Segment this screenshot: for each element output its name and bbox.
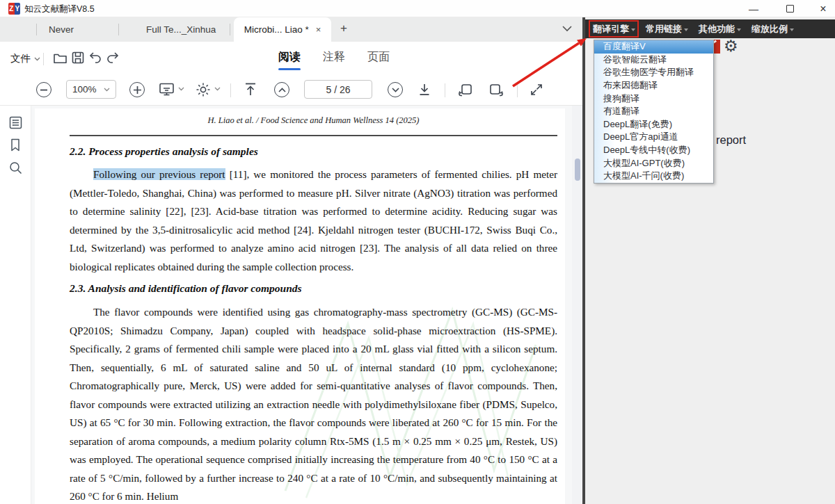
engine-option-brainde[interactable]: 布来因德翻译	[594, 79, 713, 92]
tab-page[interactable]: 页面	[367, 50, 390, 70]
undo-button[interactable]	[88, 51, 102, 64]
section-heading-2-2: 2.2. Process properties analysis of samp…	[70, 145, 258, 158]
view-mode-chevron[interactable]	[178, 87, 184, 91]
pdf-page: H. Liao et al. / Food Science and Human …	[35, 108, 565, 504]
tab-read[interactable]: 阅读	[278, 50, 301, 70]
chevron-up-icon	[278, 88, 286, 92]
folder-open-icon	[53, 51, 67, 65]
arrow-to-top-icon	[244, 82, 257, 97]
tab-full-text-xinhua[interactable]: Full Te..._Xinhua	[146, 17, 216, 42]
redo-icon	[106, 51, 120, 64]
annotation-red-box	[589, 20, 639, 38]
redo-button[interactable]	[106, 51, 120, 64]
app-title: 知云文献翻译V8.5	[24, 3, 95, 15]
paper-running-header: H. Liao et al. / Food Science and Human …	[70, 115, 557, 126]
rotate-right-button[interactable]	[488, 83, 504, 97]
download-icon	[418, 83, 431, 97]
menu-other-functions[interactable]: 其他功能	[699, 23, 741, 35]
file-menu[interactable]: 文件	[10, 52, 40, 65]
tab-never[interactable]: Never	[49, 17, 74, 42]
zoom-in-button[interactable]	[129, 82, 145, 97]
plus-icon	[134, 86, 141, 94]
tab-separator	[118, 24, 119, 35]
brightness-icon	[196, 82, 211, 97]
tab-annotate[interactable]: 注释	[323, 50, 345, 70]
previous-page-button[interactable]	[274, 82, 289, 97]
scroll-to-top-button[interactable]	[244, 82, 257, 97]
paragraph-process-properties: Following our previous report [11], we m…	[70, 165, 557, 276]
paragraph-text: [11], we monitored the process parameter…	[70, 168, 557, 273]
engine-option-baidu[interactable]: 百度翻译V	[594, 40, 713, 54]
tab-label: Microbi... Liao *	[244, 24, 309, 35]
chevron-down-icon	[737, 29, 741, 31]
brightness-button[interactable]	[196, 82, 211, 97]
engine-option-ai-qianwen[interactable]: 大模型AI-千问(收费)	[594, 170, 713, 183]
search-panel-button[interactable]	[8, 161, 23, 175]
download-button[interactable]	[418, 83, 431, 97]
app-logo: Z Y	[8, 3, 20, 15]
brightness-chevron[interactable]	[214, 87, 221, 91]
undo-icon	[88, 51, 102, 64]
toolbar-separator	[445, 83, 445, 97]
chevron-down-icon	[214, 87, 221, 91]
logo-letter-y: Y	[15, 3, 21, 15]
tab-bar: Never Full Te..._Xinhua Microbi... Liao …	[0, 17, 582, 42]
menu-toolbar: 文件 阅读 注释 页面	[0, 42, 582, 76]
menu-label: 常用链接	[646, 23, 682, 35]
tab-separator	[230, 24, 230, 35]
header-rule	[70, 135, 557, 136]
next-page-button[interactable]	[388, 82, 403, 97]
new-tab-button[interactable]: +	[340, 22, 347, 35]
maximize-icon	[786, 5, 794, 13]
engine-option-sogou[interactable]: 搜狗翻译	[594, 92, 713, 105]
pdf-toolbar: 100% 5 / 26	[0, 76, 582, 106]
gear-icon[interactable]: ⚙	[724, 37, 738, 56]
thumbnail-panel-button[interactable]	[8, 115, 23, 130]
pdf-scrollbar-thumb[interactable]	[575, 158, 580, 181]
close-button[interactable]: ×	[811, 0, 835, 17]
maximize-button[interactable]	[778, 0, 802, 17]
zoom-out-button[interactable]	[36, 82, 51, 97]
engine-option-deepl-relay[interactable]: DeepL专线中转(收费)	[594, 144, 713, 157]
save-icon	[71, 51, 85, 65]
page-view-mode-button[interactable]	[159, 82, 175, 97]
chevron-down-icon	[392, 88, 399, 92]
engine-option-google-cloud[interactable]: 谷歌智能云翻译	[594, 54, 713, 67]
bookmark-panel-button[interactable]	[8, 138, 22, 152]
view-mode-tabs: 阅读 注释 页面	[278, 50, 390, 70]
search-icon	[8, 161, 23, 175]
engine-option-ai-gpt[interactable]: 大模型AI-GPT(收费)	[594, 156, 713, 170]
chevron-down-icon	[178, 87, 184, 91]
save-button[interactable]	[71, 51, 85, 65]
menu-zoom-ratio[interactable]: 缩放比例	[752, 23, 794, 35]
chevron-down-icon	[34, 57, 40, 61]
chevron-down-icon	[104, 88, 110, 92]
tab-list-chevron-icon[interactable]	[562, 26, 572, 32]
engine-option-youdao[interactable]: 有道翻译	[594, 105, 713, 118]
left-sidebar	[0, 106, 31, 504]
minimize-button[interactable]: —	[742, 0, 765, 17]
bookmark-icon	[8, 138, 22, 152]
fullscreen-button[interactable]	[530, 83, 543, 97]
zoom-level-select[interactable]: 100%	[66, 80, 116, 99]
page-number-value: 5 / 26	[326, 84, 350, 95]
toolbar-separator	[230, 83, 231, 97]
open-file-button[interactable]	[53, 51, 67, 65]
minus-icon	[40, 89, 47, 91]
engine-option-google-biomedical[interactable]: 谷歌生物医学专用翻译	[594, 66, 713, 79]
engine-option-deepl-api[interactable]: DeepL官方api通道	[594, 131, 713, 144]
menu-label: 其他功能	[699, 23, 735, 35]
tab-microbi-liao[interactable]: Microbi... Liao * ×	[234, 17, 331, 42]
rotate-left-button[interactable]	[458, 83, 473, 97]
pdf-scrollbar[interactable]	[572, 106, 582, 504]
menu-common-links[interactable]: 常用链接	[646, 23, 688, 35]
highlighted-selection[interactable]: Following our previous report	[93, 168, 225, 180]
titlebar: Z Y 知云文献翻译V8.5 — ×	[0, 0, 835, 17]
translation-panel: 翻译引擎 常用链接 其他功能 缩放比例 ⚙ report 百度翻译V 谷歌智能云…	[582, 17, 835, 504]
translation-partial-text: report	[716, 133, 746, 147]
page-number-input[interactable]: 5 / 26	[304, 80, 372, 99]
paragraph-flavor-compounds: The flavor compounds were identified usi…	[70, 303, 557, 504]
tab-close-icon[interactable]: ×	[316, 24, 321, 35]
menu-label: 缩放比例	[752, 23, 788, 35]
engine-option-deepl-free[interactable]: DeepL翻译(免费)	[594, 118, 713, 131]
